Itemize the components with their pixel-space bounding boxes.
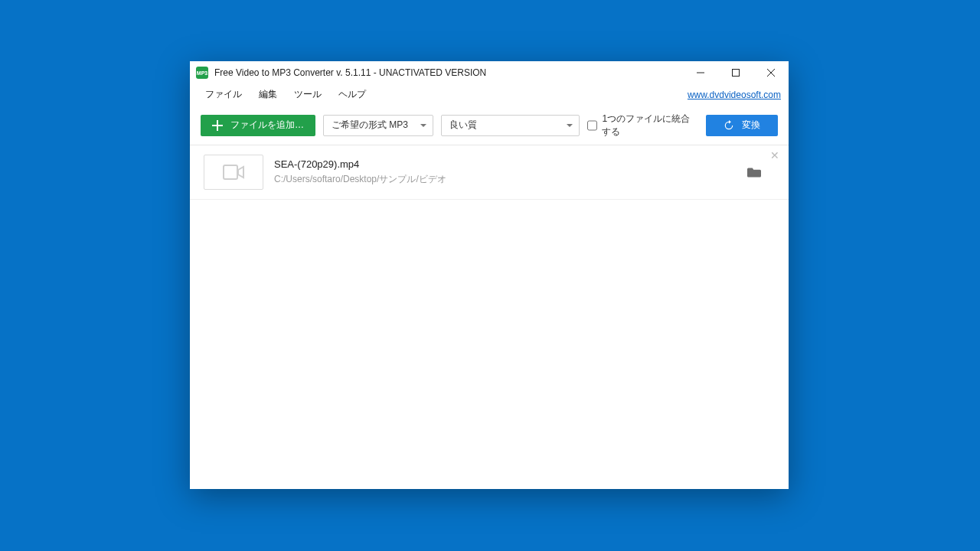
refresh-icon — [724, 120, 734, 131]
svg-rect-0 — [733, 70, 740, 77]
file-row[interactable]: SEA-(720p29).mp4 C:/Users/softaro/Deskto… — [190, 145, 789, 200]
app-icon: MP3 — [196, 67, 208, 79]
minimize-button[interactable] — [683, 61, 718, 84]
menu-help[interactable]: ヘルプ — [331, 85, 374, 104]
merge-label: 1つのファイルに統合する — [602, 112, 698, 139]
convert-button[interactable]: 変換 — [706, 115, 778, 136]
format-value: ご希望の形式 MP3 — [332, 119, 408, 132]
menubar: ファイル 編集 ツール ヘルプ www.dvdvideosoft.com — [190, 84, 789, 106]
svg-rect-1 — [224, 165, 237, 179]
convert-label: 変換 — [742, 119, 760, 132]
quality-select[interactable]: 良い質 — [441, 115, 580, 136]
app-window: MP3 Free Video to MP3 Converter v. 5.1.1… — [190, 61, 789, 489]
file-name: SEA-(720p29).mp4 — [274, 158, 733, 170]
quality-value: 良い質 — [449, 119, 477, 132]
close-icon: ✕ — [770, 149, 779, 161]
close-button[interactable] — [753, 61, 789, 84]
site-link[interactable]: www.dvdvideosoft.com — [688, 90, 781, 100]
open-folder-button[interactable] — [747, 167, 761, 178]
add-file-label: ファイルを追加… — [230, 119, 304, 132]
file-path: C:/Users/softaro/Desktop/サンプル/ビデオ — [274, 173, 733, 186]
file-thumbnail — [204, 155, 263, 190]
menu-edit[interactable]: 編集 — [251, 85, 285, 104]
merge-checkbox[interactable]: 1つのファイルに統合する — [587, 112, 698, 139]
chevron-down-icon — [420, 124, 426, 127]
window-title: Free Video to MP3 Converter v. 5.1.11 - … — [214, 67, 486, 78]
maximize-button[interactable] — [718, 61, 753, 84]
menu-tools[interactable]: ツール — [286, 85, 329, 104]
merge-checkbox-input[interactable] — [587, 120, 597, 131]
toolbar: ファイルを追加… ご希望の形式 MP3 良い質 1つのファイルに統合する 変換 — [190, 106, 789, 145]
menu-file[interactable]: ファイル — [198, 85, 250, 104]
file-list: SEA-(720p29).mp4 C:/Users/softaro/Deskto… — [190, 145, 789, 489]
file-info: SEA-(720p29).mp4 C:/Users/softaro/Deskto… — [274, 158, 733, 186]
titlebar: MP3 Free Video to MP3 Converter v. 5.1.1… — [190, 61, 789, 84]
format-select[interactable]: ご希望の形式 MP3 — [323, 115, 433, 136]
plus-icon — [212, 120, 223, 131]
remove-file-button[interactable]: ✕ — [770, 150, 779, 161]
video-icon — [223, 165, 244, 180]
chevron-down-icon — [567, 124, 573, 127]
folder-icon — [747, 167, 761, 178]
add-file-button[interactable]: ファイルを追加… — [201, 115, 315, 136]
